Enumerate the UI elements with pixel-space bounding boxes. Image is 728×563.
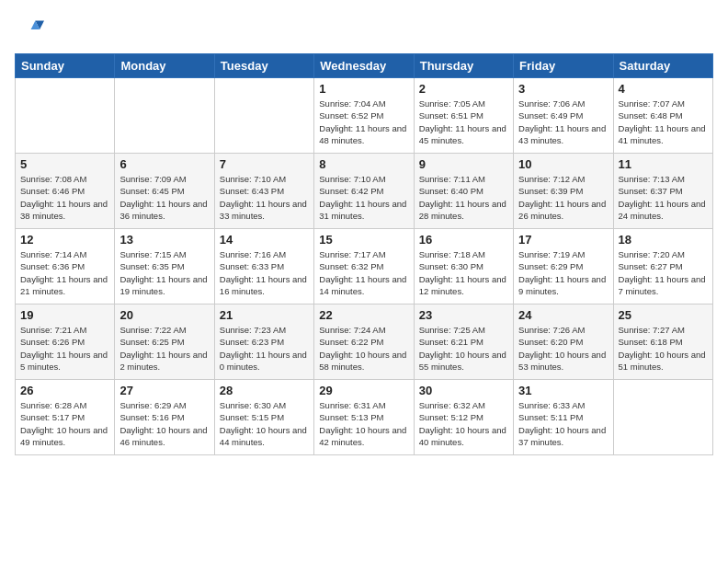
day-info: Sunrise: 7:10 AM Sunset: 6:43 PM Dayligh… (220, 173, 309, 222)
calendar-cell (16, 78, 115, 154)
day-number: 8 (319, 157, 408, 171)
day-info: Sunrise: 6:29 AM Sunset: 5:16 PM Dayligh… (119, 399, 209, 448)
day-info: Sunrise: 7:22 AM Sunset: 6:25 PM Dayligh… (119, 324, 209, 373)
calendar-week-row: 26Sunrise: 6:28 AM Sunset: 5:17 PM Dayli… (16, 380, 713, 455)
day-info: Sunrise: 7:08 AM Sunset: 6:46 PM Dayligh… (20, 173, 109, 222)
day-info: Sunrise: 6:32 AM Sunset: 5:12 PM Dayligh… (419, 399, 508, 448)
calendar-cell: 16Sunrise: 7:18 AM Sunset: 6:30 PM Dayli… (414, 229, 513, 304)
calendar-cell: 20Sunrise: 7:22 AM Sunset: 6:25 PM Dayli… (115, 304, 214, 380)
calendar-cell (613, 380, 712, 455)
calendar-cell: 2Sunrise: 7:05 AM Sunset: 6:51 PM Daylig… (414, 78, 513, 154)
day-info: Sunrise: 7:13 AM Sunset: 6:37 PM Dayligh… (619, 173, 708, 222)
day-number: 19 (20, 308, 109, 322)
day-info: Sunrise: 7:27 AM Sunset: 6:18 PM Dayligh… (619, 324, 708, 373)
logo-icon (15, 15, 44, 44)
calendar-table: SundayMondayTuesdayWednesdayThursdayFrid… (15, 53, 713, 455)
day-info: Sunrise: 7:24 AM Sunset: 6:22 PM Dayligh… (319, 324, 408, 373)
day-info: Sunrise: 7:26 AM Sunset: 6:20 PM Dayligh… (518, 324, 608, 373)
day-info: Sunrise: 6:33 AM Sunset: 5:11 PM Dayligh… (518, 399, 608, 448)
day-info: Sunrise: 7:25 AM Sunset: 6:21 PM Dayligh… (419, 324, 508, 373)
day-info: Sunrise: 7:18 AM Sunset: 6:30 PM Dayligh… (419, 248, 508, 297)
calendar-cell: 21Sunrise: 7:23 AM Sunset: 6:23 PM Dayli… (214, 304, 313, 380)
day-info: Sunrise: 7:07 AM Sunset: 6:48 PM Dayligh… (619, 98, 708, 146)
calendar-cell: 4Sunrise: 7:07 AM Sunset: 6:48 PM Daylig… (613, 78, 712, 154)
day-info: Sunrise: 6:30 AM Sunset: 5:15 PM Dayligh… (220, 399, 309, 448)
day-info: Sunrise: 7:04 AM Sunset: 6:52 PM Dayligh… (319, 98, 408, 146)
calendar-cell: 8Sunrise: 7:10 AM Sunset: 6:42 PM Daylig… (314, 154, 414, 229)
calendar-cell: 22Sunrise: 7:24 AM Sunset: 6:22 PM Dayli… (314, 304, 414, 380)
calendar-cell: 17Sunrise: 7:19 AM Sunset: 6:29 PM Dayli… (514, 229, 613, 304)
day-number: 21 (220, 308, 309, 322)
calendar-cell: 28Sunrise: 6:30 AM Sunset: 5:15 PM Dayli… (214, 380, 313, 455)
calendar-cell: 18Sunrise: 7:20 AM Sunset: 6:27 PM Dayli… (613, 229, 712, 304)
calendar-cell: 5Sunrise: 7:08 AM Sunset: 6:46 PM Daylig… (16, 154, 115, 229)
day-info: Sunrise: 7:09 AM Sunset: 6:45 PM Dayligh… (119, 173, 209, 222)
calendar-cell: 14Sunrise: 7:16 AM Sunset: 6:33 PM Dayli… (214, 229, 313, 304)
day-info: Sunrise: 7:14 AM Sunset: 6:36 PM Dayligh… (20, 248, 109, 297)
day-number: 30 (419, 384, 508, 397)
calendar-cell: 13Sunrise: 7:15 AM Sunset: 6:35 PM Dayli… (115, 229, 214, 304)
calendar-cell: 1Sunrise: 7:04 AM Sunset: 6:52 PM Daylig… (314, 78, 414, 154)
calendar-cell: 9Sunrise: 7:11 AM Sunset: 6:40 PM Daylig… (414, 154, 513, 229)
day-info: Sunrise: 6:28 AM Sunset: 5:17 PM Dayligh… (20, 399, 109, 448)
calendar-cell: 27Sunrise: 6:29 AM Sunset: 5:16 PM Dayli… (115, 380, 214, 455)
calendar-cell: 11Sunrise: 7:13 AM Sunset: 6:37 PM Dayli… (613, 154, 712, 229)
day-info: Sunrise: 7:20 AM Sunset: 6:27 PM Dayligh… (619, 248, 708, 297)
day-number: 29 (319, 384, 408, 397)
col-header-saturday: Saturday (613, 54, 712, 78)
day-info: Sunrise: 7:23 AM Sunset: 6:23 PM Dayligh… (220, 324, 309, 373)
calendar-week-row: 1Sunrise: 7:04 AM Sunset: 6:52 PM Daylig… (16, 78, 713, 154)
day-number: 31 (518, 384, 608, 397)
day-number: 5 (20, 157, 109, 171)
day-number: 3 (518, 82, 608, 96)
calendar-cell: 31Sunrise: 6:33 AM Sunset: 5:11 PM Dayli… (514, 380, 613, 455)
col-header-wednesday: Wednesday (314, 54, 414, 78)
day-number: 15 (319, 233, 408, 247)
calendar-cell: 7Sunrise: 7:10 AM Sunset: 6:43 PM Daylig… (214, 154, 313, 229)
calendar-cell: 26Sunrise: 6:28 AM Sunset: 5:17 PM Dayli… (16, 380, 115, 455)
day-info: Sunrise: 7:21 AM Sunset: 6:26 PM Dayligh… (20, 324, 109, 373)
day-number: 11 (619, 157, 708, 171)
day-number: 4 (619, 82, 708, 96)
day-number: 14 (220, 233, 309, 247)
calendar-header-row: SundayMondayTuesdayWednesdayThursdayFrid… (16, 54, 713, 78)
header (15, 15, 713, 44)
day-number: 1 (319, 82, 408, 96)
day-info: Sunrise: 7:06 AM Sunset: 6:49 PM Dayligh… (518, 98, 608, 146)
calendar-cell: 19Sunrise: 7:21 AM Sunset: 6:26 PM Dayli… (16, 304, 115, 380)
calendar-cell: 23Sunrise: 7:25 AM Sunset: 6:21 PM Dayli… (414, 304, 513, 380)
calendar-cell (115, 78, 214, 154)
logo (15, 15, 48, 44)
calendar-cell: 30Sunrise: 6:32 AM Sunset: 5:12 PM Dayli… (414, 380, 513, 455)
day-number: 18 (619, 233, 708, 247)
calendar-cell: 29Sunrise: 6:31 AM Sunset: 5:13 PM Dayli… (314, 380, 414, 455)
day-info: Sunrise: 7:15 AM Sunset: 6:35 PM Dayligh… (119, 248, 209, 297)
col-header-thursday: Thursday (414, 54, 513, 78)
col-header-sunday: Sunday (16, 54, 115, 78)
col-header-monday: Monday (115, 54, 214, 78)
day-info: Sunrise: 6:31 AM Sunset: 5:13 PM Dayligh… (319, 399, 408, 448)
day-number: 25 (619, 308, 708, 322)
calendar-cell: 24Sunrise: 7:26 AM Sunset: 6:20 PM Dayli… (514, 304, 613, 380)
day-number: 2 (419, 82, 508, 96)
day-number: 23 (419, 308, 508, 322)
day-number: 26 (20, 384, 109, 397)
day-number: 27 (119, 384, 209, 397)
day-number: 9 (419, 157, 508, 171)
day-info: Sunrise: 7:11 AM Sunset: 6:40 PM Dayligh… (419, 173, 508, 222)
day-number: 10 (518, 157, 608, 171)
col-header-tuesday: Tuesday (214, 54, 313, 78)
day-number: 22 (319, 308, 408, 322)
calendar-week-row: 19Sunrise: 7:21 AM Sunset: 6:26 PM Dayli… (16, 304, 713, 380)
calendar-cell: 25Sunrise: 7:27 AM Sunset: 6:18 PM Dayli… (613, 304, 712, 380)
calendar-cell: 3Sunrise: 7:06 AM Sunset: 6:49 PM Daylig… (514, 78, 613, 154)
day-info: Sunrise: 7:12 AM Sunset: 6:39 PM Dayligh… (518, 173, 608, 222)
day-number: 24 (518, 308, 608, 322)
day-number: 17 (518, 233, 608, 247)
day-number: 28 (220, 384, 309, 397)
day-number: 13 (119, 233, 209, 247)
day-info: Sunrise: 7:10 AM Sunset: 6:42 PM Dayligh… (319, 173, 408, 222)
day-number: 16 (419, 233, 508, 247)
day-number: 12 (20, 233, 109, 247)
calendar-cell: 15Sunrise: 7:17 AM Sunset: 6:32 PM Dayli… (314, 229, 414, 304)
